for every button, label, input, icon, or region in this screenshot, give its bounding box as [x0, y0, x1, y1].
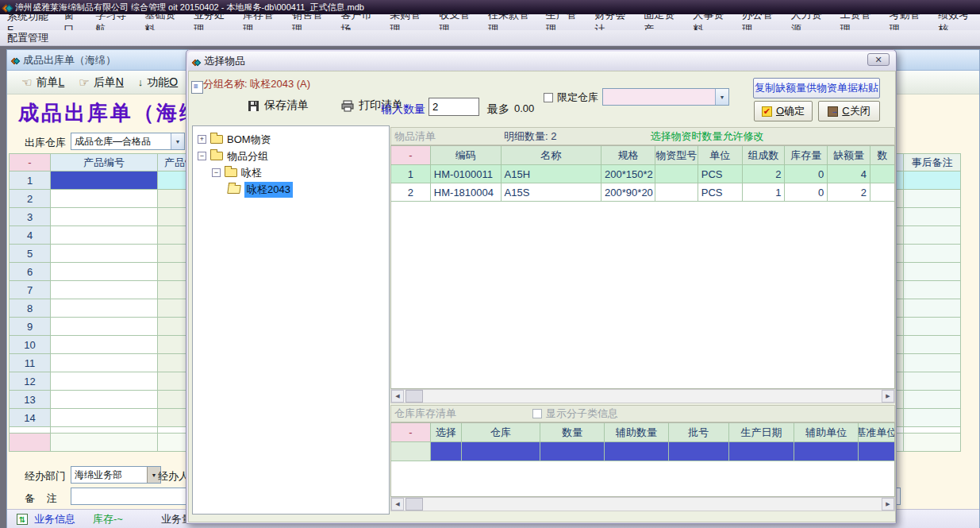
table-cell[interactable] [903, 409, 961, 427]
prev-doc-button[interactable]: ☜ 前单L [21, 75, 64, 90]
table-cell[interactable] [50, 263, 157, 281]
status-business-info[interactable]: 业务信息 [34, 512, 75, 526]
table-cell[interactable] [903, 172, 961, 190]
tree-node-bom[interactable]: + BOM物资 [193, 131, 389, 148]
limit-warehouse-checkbox[interactable]: 限定仓库 [544, 91, 598, 105]
col-product-code-header: 产品编号 [50, 153, 157, 172]
col-remark-header: 事后备注 [903, 153, 961, 172]
table-cell[interactable] [903, 208, 961, 226]
checkbox-icon[interactable] [544, 93, 553, 102]
row-number-cell[interactable]: 7 [9, 281, 50, 299]
row-number-cell[interactable]: 13 [9, 391, 50, 409]
note-label: 备 注 [25, 491, 56, 506]
group-name-label: 分组名称: 咏柽2043 (A) [203, 77, 310, 91]
table-cell[interactable] [50, 281, 157, 299]
table-cell[interactable] [903, 336, 961, 354]
expand-icon[interactable]: + [198, 135, 206, 144]
row-number-cell[interactable]: 9 [9, 318, 50, 336]
table-cell[interactable] [50, 172, 157, 190]
row-number-cell[interactable]: 6 [9, 263, 50, 281]
show-sub-checkbox[interactable] [532, 409, 542, 418]
qty-input[interactable] [429, 98, 479, 116]
close-button[interactable]: C关闭 [818, 101, 880, 121]
scroll-right-icon[interactable]: ▶ [882, 390, 894, 403]
floppy-icon [248, 100, 259, 112]
table-cell[interactable] [50, 354, 157, 372]
items-table-row[interactable]: 2 HM-1810004 A15S 200*90*20 PCS 1 0 2 [391, 183, 894, 202]
warehouse-combobox[interactable]: 成品仓库—合格品 ▼ [71, 133, 185, 150]
menu-bar-row2: 配置管理 [0, 30, 980, 46]
table-cell[interactable] [903, 299, 961, 318]
qty-label: 输入数量 [381, 102, 425, 117]
table-cell[interactable] [903, 372, 961, 391]
menu-item-config[interactable]: 配置管理 [0, 31, 56, 45]
row-number-cell[interactable]: 14 [9, 409, 50, 427]
scroll-right-icon[interactable]: ▶ [882, 498, 894, 511]
stock-hscrollbar[interactable]: ◀ ▶ [390, 497, 895, 511]
row-number-cell[interactable]: 2 [9, 190, 50, 208]
limit-warehouse-combobox[interactable]: ▼ [602, 88, 729, 106]
stock-table-row[interactable] [391, 442, 894, 461]
scroll-thumb[interactable] [405, 390, 423, 403]
table-cell[interactable] [903, 263, 961, 281]
down-arrow-icon: ↓ [138, 76, 144, 88]
table-cell[interactable] [50, 208, 157, 226]
tree-node-selected[interactable]: 咏柽2043 [193, 181, 389, 198]
detail-count: 明细数量: 2 [504, 129, 556, 144]
row-number-cell[interactable]: 11 [9, 354, 50, 372]
max-value: 0.00 [514, 102, 534, 114]
table-cell[interactable] [50, 409, 157, 427]
table-cell[interactable] [50, 226, 157, 245]
table-cell[interactable] [50, 391, 157, 409]
stock-table: - 选择 仓库 数量 辅助数量 批号 生产日期 辅助单位 基准单位 [390, 422, 895, 497]
printer-icon [341, 100, 354, 112]
table-cell[interactable] [903, 281, 961, 299]
dialog-close-button[interactable]: ✕ [867, 53, 890, 66]
dept-value: 海绵业务部 [71, 467, 147, 483]
combo-arrow-icon[interactable]: ▼ [171, 133, 184, 149]
dept-combobox[interactable]: 海绵业务部 ▼ [71, 466, 161, 484]
row-number-cell[interactable]: 5 [9, 245, 50, 263]
scroll-left-icon[interactable]: ◀ [391, 498, 404, 511]
table-cell[interactable] [50, 372, 157, 391]
limit-warehouse-value [603, 89, 715, 105]
table-cell[interactable] [903, 318, 961, 336]
table-cell[interactable] [50, 318, 157, 336]
main-window-title: 成品出库单（海绵） [23, 53, 116, 67]
scroll-thumb[interactable] [405, 498, 423, 511]
tree-node-group[interactable]: − 物品分组 [193, 148, 389, 164]
side-note-icon[interactable] [191, 81, 203, 94]
row-number-cell[interactable]: 3 [9, 208, 50, 226]
scroll-left-icon[interactable]: ◀ [391, 390, 404, 403]
row-number-cell[interactable]: 4 [9, 226, 50, 245]
ok-button[interactable]: ✔ O确定 [754, 101, 813, 121]
table-cell[interactable] [50, 336, 157, 354]
table-cell[interactable] [903, 245, 961, 263]
folder-icon [210, 135, 223, 144]
table-cell[interactable] [903, 190, 961, 208]
collapse-icon[interactable]: − [198, 152, 206, 160]
handler-label: 经办人 [158, 469, 189, 484]
table-cell[interactable] [50, 245, 157, 263]
collapse-icon[interactable]: − [212, 168, 221, 177]
tree-node-yongcheng[interactable]: − 咏柽 [193, 164, 389, 181]
dialog-titlebar[interactable]: 选择物品 [188, 52, 896, 71]
function-menu-button[interactable]: ↓ 功能O [138, 75, 178, 90]
table-cell[interactable] [50, 190, 157, 208]
row-number-cell[interactable]: 1 [9, 172, 50, 190]
next-doc-button[interactable]: ☞ 后单N [79, 75, 124, 90]
items-hscrollbar[interactable]: ◀ ▶ [390, 389, 895, 403]
table-cell[interactable] [903, 391, 961, 409]
row-number-cell[interactable]: 10 [9, 336, 50, 354]
ok-label: 确定 [784, 105, 805, 117]
combo-arrow-icon[interactable]: ▼ [715, 89, 728, 105]
copy-shortage-button[interactable]: 复制缺额量供物资单据粘贴 [753, 78, 880, 98]
open-folder-icon [227, 185, 241, 194]
table-cell[interactable] [903, 226, 961, 245]
row-number-cell[interactable]: 8 [9, 299, 50, 318]
row-number-cell[interactable]: 12 [9, 372, 50, 391]
table-cell[interactable] [50, 299, 157, 318]
save-list-button[interactable]: 保存清单 [248, 98, 309, 113]
items-table-row[interactable]: 1 HM-0100011 A15H 200*150*2 PCS 2 0 4 [391, 165, 894, 183]
table-cell[interactable] [903, 354, 961, 372]
